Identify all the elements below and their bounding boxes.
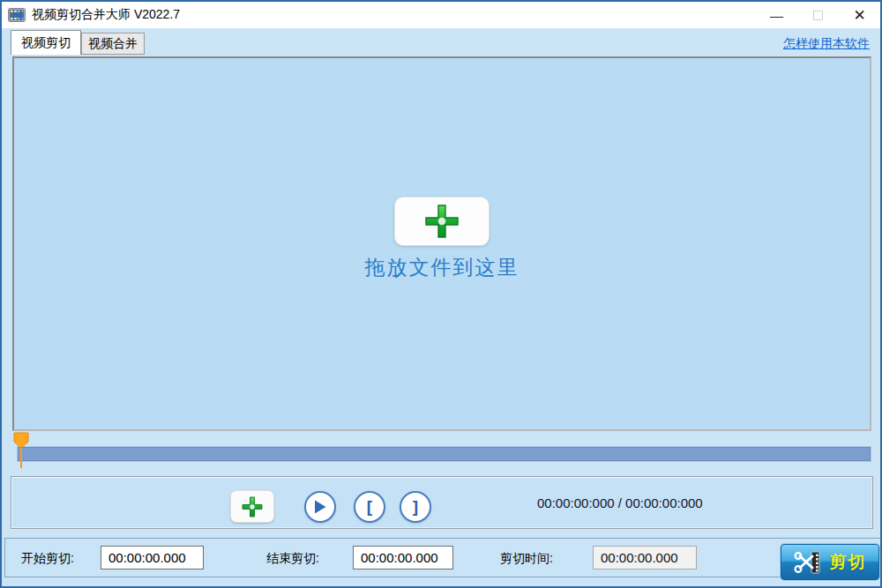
- end-cut-input[interactable]: [353, 546, 453, 569]
- play-button[interactable]: [304, 491, 336, 523]
- plus-icon: [422, 201, 462, 242]
- bracket-left-icon: [: [367, 498, 372, 515]
- end-cut-label: 结束剪切:: [266, 551, 319, 567]
- tab-bar: 视频剪切 视频合并 怎样使用本软件: [2, 28, 880, 55]
- cut-duration-label: 剪切时间:: [500, 551, 553, 567]
- maximize-icon: [813, 11, 823, 20]
- help-link[interactable]: 怎样使用本软件: [783, 36, 870, 52]
- plus-icon: [240, 495, 265, 519]
- mark-start-button[interactable]: [: [354, 491, 385, 523]
- start-cut-label: 开始剪切:: [21, 551, 74, 567]
- drop-zone-content: 拖放文件到这里: [365, 197, 519, 281]
- timeline-marker[interactable]: [12, 432, 30, 469]
- mark-end-button[interactable]: ]: [400, 491, 431, 523]
- cut-duration-field: [593, 546, 697, 569]
- playback-controls-panel: [ ] 00:00:00:000 / 00:00:00:000: [11, 476, 873, 529]
- close-button[interactable]: ✕: [839, 2, 880, 28]
- file-drop-zone[interactable]: 拖放文件到这里: [12, 56, 871, 431]
- bracket-right-icon: ]: [413, 498, 418, 515]
- scissors-filmstrip-icon: [794, 550, 822, 575]
- add-file-button[interactable]: [394, 197, 490, 246]
- minimize-button[interactable]: —: [756, 2, 797, 28]
- maximize-button[interactable]: [797, 2, 839, 28]
- window-controls: — ✕: [756, 2, 880, 28]
- start-cut-input[interactable]: [101, 546, 204, 569]
- cut-button[interactable]: 剪切: [781, 544, 879, 580]
- title-bar: 视频剪切合并大师 V2022.7 — ✕: [2, 2, 880, 28]
- drop-hint-text: 拖放文件到这里: [365, 254, 519, 281]
- timeline-track[interactable]: [18, 447, 871, 461]
- time-display: 00:00:00:000 / 00:00:00:000: [537, 477, 703, 528]
- play-icon: [314, 500, 326, 514]
- add-file-button-small[interactable]: [230, 490, 274, 523]
- cut-settings-bar: 开始剪切: 结束剪切: 剪切时间: 剪切: [4, 538, 881, 577]
- tab-video-merge[interactable]: 视频合并: [81, 33, 145, 55]
- app-icon: [8, 6, 26, 24]
- tab-video-cut[interactable]: 视频剪切: [11, 30, 81, 55]
- cut-button-label: 剪切: [830, 551, 867, 574]
- app-window: 视频剪切合并大师 V2022.7 — ✕ 视频剪切 视频合并 怎样使用本软件: [0, 0, 882, 588]
- window-title: 视频剪切合并大师 V2022.7: [32, 7, 180, 23]
